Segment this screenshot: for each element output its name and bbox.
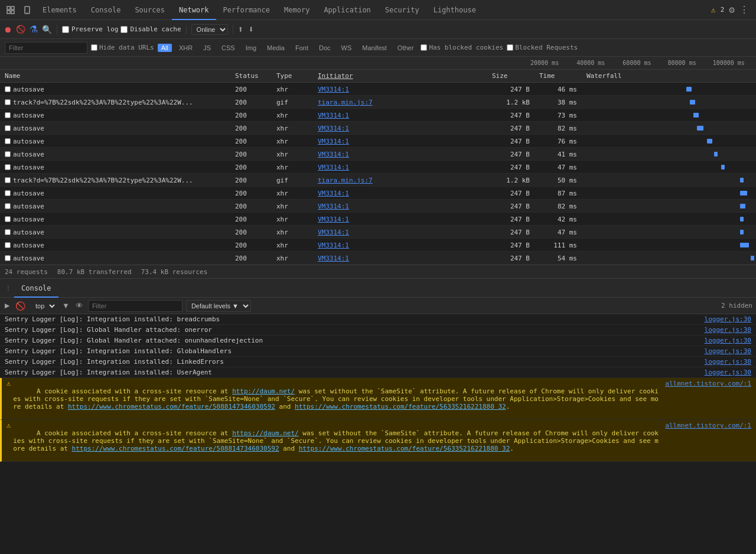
console-warning-source[interactable]: allmnet.tistory.com/:1 [665, 422, 751, 429]
col-header-initiator[interactable]: Initiator [313, 72, 487, 80]
tab-elements[interactable]: Elements [35, 0, 84, 20]
console-filter-input[interactable] [88, 300, 183, 312]
col-header-size[interactable]: Size [487, 72, 535, 80]
filter-type-manifest[interactable]: Manifest [359, 44, 390, 52]
console-msg-source[interactable]: logger.js:30 [705, 337, 751, 344]
filter-type-media[interactable]: Media [263, 44, 288, 52]
tab-memory[interactable]: Memory [277, 0, 317, 20]
table-row[interactable]: autosave 200 xhr VM3314:1 247 B 111 ms [0, 239, 756, 252]
preserve-log-input[interactable] [62, 26, 69, 33]
table-row[interactable]: autosave 200 xhr VM3314:1 247 B 82 ms [0, 200, 756, 213]
table-row[interactable]: autosave 200 xhr VM3314:1 247 B 47 ms [0, 226, 756, 239]
row-checkbox[interactable] [5, 112, 11, 118]
table-row[interactable]: autosave 200 xhr VM3314:1 247 B 41 ms [0, 148, 756, 161]
row-checkbox[interactable] [5, 138, 11, 144]
tab-network[interactable]: Network [172, 0, 216, 20]
tab-console-panel[interactable]: Console [14, 279, 58, 298]
row-checkbox[interactable] [5, 229, 11, 235]
filter-type-img[interactable]: Img [242, 44, 260, 52]
download-har-button[interactable]: ⬇ [248, 24, 254, 35]
warning-link-2[interactable]: https://www.chromestatus.com/feature/508… [72, 445, 279, 452]
network-filter-input[interactable] [5, 42, 87, 54]
warning-link-2[interactable]: https://www.chromestatus.com/feature/508… [68, 403, 275, 410]
tab-lighthouse[interactable]: Lighthouse [426, 0, 483, 20]
warning-link-1[interactable]: https://daum.net/ [232, 429, 299, 437]
table-row[interactable]: autosave 200 xhr VM3314:1 247 B 76 ms [0, 135, 756, 148]
blocked-requests-input[interactable] [507, 44, 513, 51]
row-checkbox[interactable] [5, 151, 11, 157]
table-row[interactable]: track?d=%7B%22sdk%22%3A%7B%22type%22%3A%… [0, 174, 756, 187]
filter-type-js[interactable]: JS [200, 44, 214, 52]
filter-type-font[interactable]: Font [292, 44, 312, 52]
blocked-requests-checkbox[interactable]: Blocked Requests [507, 44, 578, 51]
hide-data-urls-input[interactable] [91, 44, 97, 51]
tab-security[interactable]: Security [378, 0, 426, 20]
table-row[interactable]: autosave 200 xhr VM3314:1 247 B 73 ms [0, 109, 756, 122]
table-row[interactable]: autosave 200 xhr VM3314:1 247 B 87 ms [0, 187, 756, 200]
disable-cache-checkbox[interactable]: Disable cache [120, 25, 181, 33]
console-run-button[interactable]: ▶ [4, 301, 11, 311]
hide-data-urls-checkbox[interactable]: Hide data URLs [91, 44, 154, 51]
filter-type-doc[interactable]: Doc [315, 44, 334, 52]
tab-sources[interactable]: Sources [128, 0, 172, 20]
inspect-icon[interactable] [2, 0, 19, 20]
table-row[interactable]: autosave 200 xhr VM3314:1 247 B 54 ms [0, 252, 756, 265]
console-handle[interactable]: ⋮ [2, 279, 14, 298]
has-blocked-input[interactable] [421, 44, 427, 51]
row-checkbox[interactable] [5, 86, 11, 92]
col-header-type[interactable]: Type [272, 72, 313, 80]
console-level-select[interactable]: Default levels ▼ [186, 300, 251, 312]
table-row[interactable]: autosave 200 xhr VM3314:1 247 B 82 ms [0, 122, 756, 135]
filter-toggle-button[interactable]: ⚗ [28, 24, 39, 35]
row-checkbox[interactable] [5, 190, 11, 196]
console-msg-source[interactable]: logger.js:30 [705, 358, 751, 366]
row-checkbox[interactable] [5, 203, 11, 209]
filter-type-xhr[interactable]: XHR [175, 44, 196, 52]
more-icon[interactable]: ⋮ [739, 4, 749, 15]
row-checkbox[interactable] [5, 177, 11, 183]
mobile-icon[interactable] [19, 0, 35, 20]
col-header-status[interactable]: Status [230, 72, 272, 80]
console-msg-source[interactable]: logger.js:30 [705, 326, 751, 334]
row-checkbox[interactable] [5, 242, 11, 248]
tab-performance[interactable]: Performance [216, 0, 277, 20]
filter-type-ws[interactable]: WS [338, 44, 356, 52]
row-checkbox[interactable] [5, 99, 11, 105]
table-row[interactable]: autosave 200 xhr VM3314:1 247 B 47 ms [0, 161, 756, 174]
col-header-name[interactable]: Name [0, 72, 230, 80]
preserve-log-checkbox[interactable]: Preserve log [62, 25, 118, 33]
has-blocked-cookies-checkbox[interactable]: Has blocked cookies [421, 44, 503, 51]
filter-type-all[interactable]: All [158, 44, 172, 52]
warning-link-3[interactable]: https://www.chromestatus.com/feature/563… [299, 445, 510, 452]
warning-link-1[interactable]: http://daum.net/ [232, 387, 295, 395]
row-checkbox[interactable] [5, 255, 11, 261]
network-throttle-select[interactable]: Online [191, 24, 228, 35]
tab-console[interactable]: Console [84, 0, 128, 20]
warning-link-3[interactable]: https://www.chromestatus.com/feature/563… [295, 403, 506, 410]
filter-type-other[interactable]: Other [394, 44, 418, 52]
table-row[interactable]: autosave 200 xhr VM3314:1 247 B 46 ms [0, 83, 756, 96]
console-warning-source[interactable]: allmnet.tistory.com/:1 [665, 380, 751, 387]
clear-button[interactable]: 🚫 [15, 24, 26, 35]
tab-application[interactable]: Application [317, 0, 377, 20]
col-header-waterfall[interactable]: Waterfall [582, 72, 756, 80]
row-checkbox[interactable] [5, 216, 11, 222]
row-checkbox[interactable] [5, 125, 11, 131]
settings-icon[interactable]: ⚙ [729, 4, 735, 15]
console-eye-button[interactable]: 👁 [74, 300, 84, 311]
disable-cache-input[interactable] [120, 26, 128, 33]
alert-icon[interactable]: ⚠ [711, 5, 716, 14]
search-button[interactable]: 🔍 [41, 24, 52, 35]
table-row[interactable]: track?d=%7B%22sdk%22%3A%7B%22type%22%3A%… [0, 96, 756, 109]
console-msg-source[interactable]: logger.js:30 [705, 369, 751, 376]
table-row[interactable]: autosave 200 xhr VM3314:1 247 B 42 ms [0, 213, 756, 226]
console-msg-source[interactable]: logger.js:30 [705, 347, 751, 355]
row-checkbox[interactable] [5, 164, 11, 170]
filter-type-css[interactable]: CSS [218, 44, 239, 52]
console-msg-source[interactable]: logger.js:30 [705, 315, 751, 323]
console-context-select[interactable]: top [30, 300, 57, 312]
col-header-time[interactable]: Time [535, 72, 582, 80]
record-button[interactable]: ⏺ [2, 24, 13, 35]
console-clear-button[interactable]: 🚫 [14, 300, 27, 312]
console-filter-dropdown[interactable]: ▼ [61, 300, 71, 311]
